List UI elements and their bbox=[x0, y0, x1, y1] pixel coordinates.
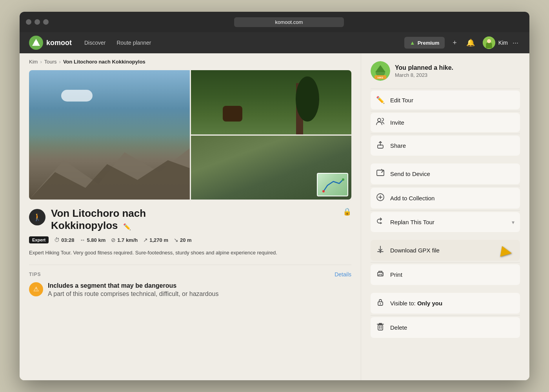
user-name: Kim bbox=[498, 40, 508, 46]
map-route-svg bbox=[320, 176, 347, 195]
svg-rect-6 bbox=[486, 45, 492, 48]
content-area: Kim › Tours › Von Litochoro nach Kokkino… bbox=[20, 53, 529, 380]
details-link[interactable]: Details bbox=[334, 271, 351, 278]
hike-badge-svg: HIKE bbox=[371, 61, 390, 81]
map-thumbnail[interactable] bbox=[317, 173, 348, 196]
nav-right: ▲ Premium + 🔔 Kim ··· bbox=[404, 36, 520, 49]
download-gpx-label: Download GPX file bbox=[390, 247, 440, 254]
divider-invite-share bbox=[371, 134, 520, 134]
send-to-device-label: Send to Device bbox=[390, 171, 430, 177]
svg-marker-20 bbox=[380, 222, 382, 224]
nav-route-planner[interactable]: Route planner bbox=[116, 40, 151, 46]
avatar bbox=[483, 36, 495, 49]
url-input[interactable]: komoot.com bbox=[234, 17, 344, 27]
cloud-decoration bbox=[61, 90, 93, 102]
invite-item[interactable]: Invite bbox=[371, 113, 520, 132]
divider-1 bbox=[371, 89, 520, 89]
delete-item[interactable]: Delete bbox=[371, 317, 520, 338]
actions-group-1: ✏️ Edit Tour Invite bbox=[371, 91, 520, 156]
distance-icon: ↔ bbox=[80, 237, 85, 243]
send-to-device-icon bbox=[376, 169, 385, 179]
elevation-down-icon: ↘ bbox=[174, 237, 178, 243]
share-item[interactable]: Share bbox=[371, 136, 520, 156]
expert-badge: Expert bbox=[29, 236, 49, 243]
tour-title-text: Von Litochoro nach Kokkinopylos ✏️ bbox=[51, 207, 146, 232]
premium-button[interactable]: ▲ Premium bbox=[404, 37, 445, 49]
elevation-up-icon: ↗ bbox=[143, 237, 148, 243]
tips-header: TIPS Details bbox=[29, 271, 351, 278]
mule-silhouette bbox=[223, 106, 242, 122]
replan-chevron: ▾ bbox=[512, 219, 514, 225]
replan-tour-item[interactable]: Replan This Tour ▾ bbox=[371, 212, 520, 232]
breadcrumb-tours[interactable]: Tours bbox=[44, 59, 57, 65]
traffic-light-maximize[interactable] bbox=[43, 19, 49, 25]
tree-foliage bbox=[296, 76, 319, 121]
divider-send-add bbox=[371, 186, 520, 186]
photo-left[interactable] bbox=[29, 70, 190, 200]
url-bar: komoot.com bbox=[55, 17, 523, 27]
planned-text: You planned a hike. bbox=[395, 64, 453, 71]
cursor-arrow: ▶ bbox=[500, 242, 514, 260]
title-bar: komoot.com bbox=[20, 12, 529, 32]
hike-icon: 🚶 bbox=[29, 209, 45, 225]
hike-badge: HIKE bbox=[371, 61, 390, 81]
add-button[interactable]: + bbox=[451, 37, 458, 49]
divider-download-print bbox=[371, 262, 520, 263]
send-to-device-item[interactable]: Send to Device bbox=[371, 163, 520, 184]
print-label: Print bbox=[390, 271, 402, 278]
logo-area[interactable]: komoot bbox=[29, 36, 72, 50]
svg-point-9 bbox=[322, 190, 325, 192]
print-item[interactable]: Print bbox=[371, 264, 520, 285]
divider-add-replan bbox=[371, 210, 520, 211]
section-gap-2 bbox=[371, 235, 520, 240]
svg-rect-23 bbox=[379, 274, 382, 276]
share-icon bbox=[376, 141, 385, 151]
edit-title-icon[interactable]: ✏️ bbox=[123, 223, 131, 230]
invite-label: Invite bbox=[390, 119, 404, 126]
warning-icon: ⚠ bbox=[29, 282, 43, 296]
photo-bottom-right[interactable] bbox=[191, 136, 352, 200]
invite-icon bbox=[376, 118, 385, 127]
warning-text: Includes a segment that may be dangerous… bbox=[48, 282, 218, 298]
svg-text:HIKE: HIKE bbox=[378, 76, 383, 79]
mountain-svg bbox=[29, 129, 190, 200]
hike-badge-area: HIKE You planned a hike. March 8, 2023 bbox=[371, 61, 520, 81]
nav-links: Discover Route planner bbox=[84, 40, 404, 46]
breadcrumb-kim[interactable]: Kim bbox=[29, 59, 38, 65]
lock-icon[interactable]: 🔒 bbox=[343, 207, 351, 216]
edit-tour-label: Edit Tour bbox=[390, 97, 413, 103]
svg-marker-8 bbox=[29, 160, 190, 200]
download-gpx-item[interactable]: Download GPX file ▶ bbox=[371, 240, 520, 261]
tour-header: 🚶 Von Litochoro nach Kokkinopylos ✏️ 🔒 bbox=[29, 207, 351, 232]
photo-top-right[interactable] bbox=[191, 70, 352, 134]
section-gap-1 bbox=[371, 159, 520, 163]
replan-tour-label: Replan This Tour bbox=[390, 219, 434, 225]
edit-tour-item[interactable]: ✏️ Edit Tour bbox=[371, 91, 520, 109]
traffic-light-minimize[interactable] bbox=[35, 19, 40, 25]
bell-button[interactable]: 🔔 bbox=[465, 37, 476, 49]
delete-icon bbox=[376, 322, 385, 333]
breadcrumb: Kim › Tours › Von Litochoro nach Kokkino… bbox=[20, 53, 361, 70]
left-panel: Kim › Tours › Von Litochoro nach Kokkino… bbox=[20, 53, 361, 380]
clock-icon: ⏱ bbox=[54, 237, 60, 243]
warning-desc: A part of this route comprises technical… bbox=[48, 290, 218, 298]
svg-point-16 bbox=[378, 118, 381, 122]
tips-section: TIPS Details ⚠ Includes a segment that m… bbox=[29, 265, 351, 298]
divider-visible-delete bbox=[371, 315, 520, 316]
visible-item[interactable]: Visible to: Only you bbox=[371, 293, 520, 314]
warning-item: ⚠ Includes a segment that may be dangero… bbox=[29, 282, 351, 298]
add-to-collection-item[interactable]: Add to Collection bbox=[371, 188, 520, 209]
tour-title-area: Von Litochoro nach Kokkinopylos ✏️ 🔒 bbox=[51, 207, 351, 232]
add-to-collection-label: Add to Collection bbox=[390, 195, 434, 201]
photo-right bbox=[191, 70, 352, 200]
stat-elevation-up: ↗ 1,270 m bbox=[143, 237, 168, 243]
breadcrumb-sep-2: › bbox=[59, 59, 61, 65]
traffic-light-close[interactable] bbox=[26, 19, 31, 25]
nav-discover[interactable]: Discover bbox=[84, 40, 105, 46]
visible-icon bbox=[376, 298, 385, 309]
premium-label: Premium bbox=[418, 40, 440, 46]
logo-text: komoot bbox=[46, 39, 72, 47]
more-button[interactable]: ··· bbox=[511, 37, 520, 49]
avatar-area[interactable]: Kim ··· bbox=[483, 36, 520, 49]
svg-point-24 bbox=[382, 273, 383, 274]
